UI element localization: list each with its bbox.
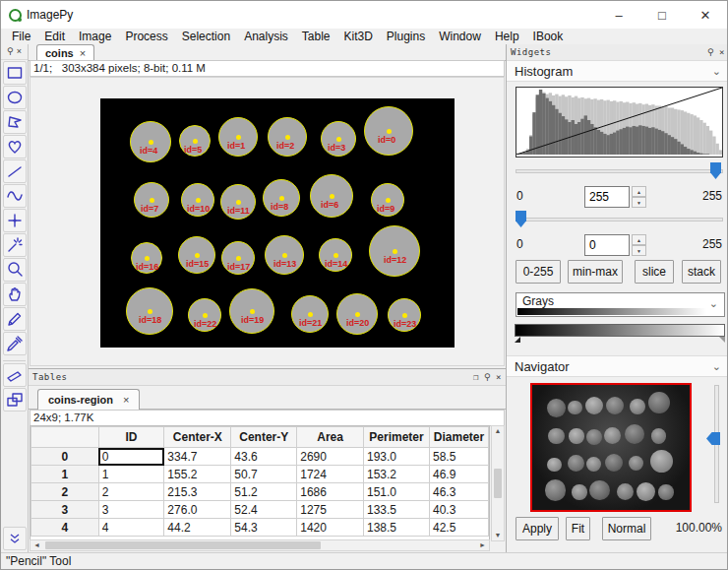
menu-table[interactable]: Table [295,29,337,44]
zoom-tool-button[interactable] [3,258,27,282]
spin-down-icon[interactable]: ▼ [632,245,646,256]
table-cell[interactable]: 276.0 [164,501,231,519]
image-canvas[interactable]: id=4id=5id=1id=2id=3id=0id=7id=10id=11id… [30,77,505,366]
slice-button[interactable]: slice [635,260,674,284]
navigator-section-header[interactable]: Navigator ⌄ [507,355,728,377]
column-header-id[interactable]: ID [98,427,164,448]
menu-image[interactable]: Image [72,29,118,44]
line-tool-button[interactable] [3,159,27,183]
table-cell[interactable]: 151.0 [364,483,430,501]
stack-button[interactable]: stack [682,260,721,284]
tab-coins-region[interactable]: coins-region × [37,389,140,410]
table-cell[interactable]: 40.3 [429,501,488,519]
ellipse-select-button[interactable] [3,86,27,109]
table-cell[interactable]: 215.3 [164,483,231,501]
normal-button[interactable]: Normal [602,517,651,540]
low-level-slider-handle[interactable] [516,211,526,227]
table-cell[interactable]: 44.2 [164,519,231,537]
scrollbar-thumb[interactable] [45,541,321,549]
menu-file[interactable]: File [5,29,37,44]
column-header-center-x[interactable]: Center-X [164,427,231,448]
table-cell[interactable]: 42.5 [429,519,488,537]
range-0-255-button[interactable]: 0-255 [516,260,561,284]
table-cell[interactable]: 46.9 [429,466,488,483]
column-header-diameter[interactable]: Diameter [429,427,488,448]
table-cell[interactable]: 2690 [297,448,364,466]
pin-icon[interactable]: ⚲ [7,47,14,56]
table-cell[interactable]: 46.3 [429,483,488,501]
table-vertical-scrollbar[interactable]: ▲ ▼ [491,425,505,541]
close-button[interactable]: ✕ [684,1,727,29]
scrollbar-thumb[interactable] [494,469,502,498]
scroll-down-icon[interactable]: ▼ [492,532,505,539]
navigator-zoom-slider-handle[interactable] [706,432,720,445]
table-cell[interactable]: 0 [98,448,164,466]
row-index[interactable]: 2 [31,483,99,501]
coins-image[interactable]: id=4id=5id=1id=2id=3id=0id=7id=10id=11id… [100,98,455,348]
table-cell[interactable]: 43.6 [231,448,297,466]
column-header-perimeter[interactable]: Perimeter [364,427,430,448]
knife-tool-button[interactable] [3,363,27,387]
menu-help[interactable]: Help [488,29,526,44]
close-icon[interactable]: × [496,372,502,382]
table-cell[interactable]: 138.5 [364,519,430,537]
clone-tool-button[interactable] [3,388,27,412]
pin-icon[interactable]: ⚲ [707,47,714,57]
freehand-select-button[interactable] [3,135,27,158]
table-cell[interactable]: 3 [98,501,164,519]
row-index[interactable]: 3 [31,501,99,519]
spin-down-icon[interactable]: ▼ [632,197,646,208]
menu-window[interactable]: Window [432,29,488,44]
table-horizontal-scrollbar[interactable]: ◄ ► [30,539,490,551]
high-level-slider[interactable] [516,169,723,173]
pan-tool-button[interactable] [3,283,27,306]
table-cell[interactable]: 2 [98,483,164,501]
pencil-tool-button[interactable] [3,307,27,331]
navigator-thumbnail[interactable] [530,383,692,512]
pin-icon[interactable]: ⚲ [484,372,491,382]
table-cell[interactable]: 58.5 [429,448,488,466]
low-level-spinbox[interactable]: ▲ ▼ [584,234,646,256]
gradient-right-marker[interactable] [719,337,725,343]
high-level-slider-handle[interactable] [710,162,721,179]
table-cell[interactable]: 155.2 [164,466,231,483]
close-icon[interactable]: × [719,47,725,57]
spin-up-icon[interactable]: ▲ [632,186,646,197]
table-cell[interactable]: 50.7 [231,466,297,483]
table-cell[interactable]: 1686 [297,483,364,501]
polygon-select-button[interactable] [3,110,27,134]
curve-tool-button[interactable] [3,184,27,208]
row-index[interactable]: 0 [31,448,99,466]
table-cell[interactable]: 1275 [297,501,364,519]
lut-gradient-bar[interactable] [515,324,725,337]
rect-select-button[interactable] [3,61,27,85]
table-cell[interactable]: 133.5 [364,501,430,519]
high-level-input[interactable] [584,186,630,208]
table-cell[interactable]: 54.3 [231,519,297,537]
apply-button[interactable]: Apply [516,517,559,540]
lut-dropdown[interactable]: Grays ⌄ [516,292,725,317]
spin-up-icon[interactable]: ▲ [632,234,646,245]
menu-selection[interactable]: Selection [175,29,237,44]
menu-ibook[interactable]: IBook [526,29,571,44]
toolbar-collapse-button[interactable] [3,527,27,550]
table-cell[interactable]: 4 [98,519,164,537]
scroll-right-icon[interactable]: ► [476,541,489,549]
minimize-button[interactable]: – [597,1,640,29]
column-header-center-y[interactable]: Center-Y [231,427,297,448]
min-max-button[interactable]: min-max [568,260,623,284]
low-level-input[interactable] [584,234,630,256]
maximize-button[interactable]: □ [640,1,684,29]
scroll-up-icon[interactable]: ▲ [492,427,505,435]
float-icon[interactable]: ❐ [473,372,479,382]
tab-coins[interactable]: coins × [36,44,94,61]
magic-wand-button[interactable] [3,233,27,257]
point-tool-button[interactable] [3,209,27,232]
menu-kit3d[interactable]: Kit3D [337,29,380,44]
scroll-left-icon[interactable]: ◄ [30,541,43,549]
row-index[interactable]: 1 [31,466,99,483]
table-cell[interactable]: 51.2 [231,483,297,501]
tab-close-icon[interactable]: × [123,394,129,406]
high-level-spinbox[interactable]: ▲ ▼ [584,186,646,208]
close-icon[interactable]: × [17,47,22,56]
